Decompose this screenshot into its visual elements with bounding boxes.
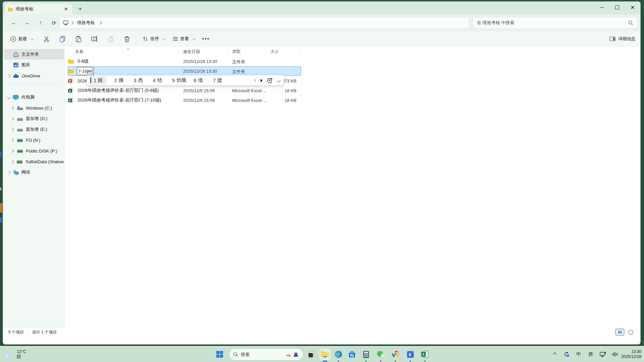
file-row[interactable]: P 2026 bbox=[68, 76, 88, 85]
taskbar-calculator[interactable] bbox=[360, 349, 372, 360]
file-row[interactable]: X 2026年绩效考核评价表-前厅部门 (7-10级) bbox=[68, 96, 161, 105]
chevron-right-icon[interactable] bbox=[11, 128, 14, 131]
sidebar-item-label: 图库 bbox=[21, 62, 30, 68]
tray-date: 2025/12/16 bbox=[621, 354, 641, 359]
ime-candidate[interactable]: 7捷 bbox=[210, 76, 226, 84]
sidebar-item-label: SaflokData (\\hakwe bbox=[25, 159, 64, 164]
task-view-icon bbox=[308, 351, 315, 358]
ime-emoji-panel-icon[interactable] bbox=[267, 78, 273, 83]
column-header-name[interactable]: 名称 bbox=[75, 47, 84, 56]
chevron-down-icon[interactable] bbox=[7, 96, 11, 99]
speaker-icon bbox=[612, 352, 619, 357]
ime-candidate[interactable]: 5饥饿 bbox=[169, 76, 190, 84]
sidebar-item-drive-e[interactable]: 新加卷 (E:) bbox=[4, 125, 64, 134]
search-box[interactable]: 在 绩效考核 中搜索 bbox=[473, 17, 638, 28]
rename-button[interactable]: A bbox=[89, 34, 100, 44]
item-count: 5 个项目 bbox=[8, 329, 24, 335]
close-button[interactable] bbox=[625, 2, 640, 13]
taskbar-excel[interactable]: X bbox=[419, 349, 431, 360]
address-bar[interactable]: 绩效考核 bbox=[59, 17, 469, 28]
sort-icon bbox=[143, 36, 148, 42]
back-button[interactable]: ← bbox=[9, 18, 18, 27]
taskbar-search[interactable]: 搜索 bbox=[229, 349, 303, 360]
task-view-button[interactable] bbox=[306, 349, 317, 360]
maximize-button[interactable] bbox=[609, 2, 625, 13]
taskbar-edge[interactable] bbox=[333, 349, 344, 360]
sidebar-item-drive-saflok[interactable]: SaflokData (\\hakwe bbox=[4, 157, 64, 166]
ime-candidate[interactable]: 6借 bbox=[190, 76, 206, 84]
new-button-label: 新建 bbox=[18, 36, 27, 42]
taskbar-chrome[interactable] bbox=[390, 349, 401, 360]
chevron-right-icon[interactable] bbox=[11, 117, 14, 120]
ime-candidate[interactable]: 3杰 bbox=[130, 76, 146, 84]
breadcrumb-folder[interactable]: 绩效考核 bbox=[77, 20, 95, 26]
sidebar-item-gallery[interactable]: 图库 bbox=[4, 60, 64, 70]
powerpoint-file-icon: P bbox=[68, 78, 74, 84]
thumbnail-view-toggle[interactable] bbox=[626, 329, 635, 336]
explorer-tab[interactable]: 绩效考核 bbox=[5, 4, 72, 14]
sidebar-item-drive-c[interactable]: Windows (C:) bbox=[4, 103, 64, 113]
ime-candidate[interactable]: 1姐 bbox=[89, 76, 106, 84]
sort-ascending-icon bbox=[126, 48, 129, 51]
chevron-right-icon[interactable] bbox=[11, 149, 14, 153]
weather-widget[interactable]: 12°C阴 bbox=[4, 346, 26, 362]
sort-button[interactable]: 排序 bbox=[139, 33, 171, 45]
chevron-right-icon[interactable] bbox=[10, 160, 14, 163]
chevron-right-icon[interactable] bbox=[7, 171, 11, 174]
view-button-label: 查看 bbox=[180, 36, 189, 42]
minimize-button[interactable] bbox=[594, 2, 609, 13]
tray-hidden-icons[interactable] bbox=[550, 346, 559, 362]
sidebar-item-drive-d[interactable]: 新加卷 (D:) bbox=[4, 114, 64, 123]
file-row-renaming[interactable]: 7-10jie bbox=[68, 66, 94, 76]
tray-sync-icon[interactable] bbox=[561, 346, 572, 362]
column-header-type[interactable]: 类型 bbox=[232, 47, 240, 56]
chevron-right-icon[interactable] bbox=[11, 106, 14, 110]
copy-button[interactable] bbox=[57, 34, 68, 44]
rename-input[interactable]: 7-10jie bbox=[77, 67, 94, 75]
view-button[interactable]: 查看 bbox=[169, 33, 201, 45]
new-tab-button[interactable]: + bbox=[76, 5, 84, 13]
paste-button[interactable] bbox=[73, 34, 84, 44]
file-row[interactable]: X 2026年绩效考核评价表-前厅部门 (5-6级) bbox=[68, 86, 159, 95]
taskbar-file-explorer[interactable] bbox=[319, 349, 331, 360]
chevron-right-icon[interactable] bbox=[7, 74, 11, 77]
taskbar-finance-app[interactable]: ¥ bbox=[405, 349, 416, 360]
chevron-right-icon[interactable] bbox=[11, 138, 14, 142]
tray-display-icon[interactable] bbox=[598, 346, 608, 362]
taskbar-store[interactable] bbox=[346, 349, 358, 360]
ime-candidate[interactable]: 2接 bbox=[111, 76, 127, 84]
tray-clock[interactable]: 13:30 2025/12/16 bbox=[621, 346, 641, 362]
column-header-size[interactable]: 大小 bbox=[270, 47, 279, 56]
sidebar-item-drive-n[interactable]: FO (N:) bbox=[4, 135, 64, 145]
taskbar-wechat[interactable] bbox=[375, 349, 386, 360]
ime-prev-page-icon[interactable] bbox=[254, 79, 256, 82]
share-button[interactable] bbox=[105, 34, 116, 44]
tray-volume-icon[interactable] bbox=[610, 346, 621, 362]
cut-button[interactable] bbox=[41, 34, 52, 44]
tray-language-chinese[interactable]: 中 bbox=[574, 346, 584, 362]
plus-circle-icon bbox=[10, 36, 16, 42]
weather-condition: 阴 bbox=[17, 354, 26, 359]
cloud-icon bbox=[4, 351, 14, 358]
tab-close-button[interactable] bbox=[63, 6, 69, 12]
sidebar-item-drive-p[interactable]: Public DISK (P:) bbox=[4, 146, 64, 156]
file-row[interactable]: 5-6级 bbox=[68, 57, 89, 66]
more-options-button[interactable]: ••• bbox=[200, 34, 212, 44]
start-button[interactable] bbox=[214, 349, 225, 360]
sidebar-item-this-pc[interactable]: 此电脑 bbox=[4, 93, 64, 102]
delete-button[interactable] bbox=[121, 34, 132, 44]
up-button[interactable]: ↑ bbox=[36, 18, 45, 27]
column-header-date[interactable]: 修改日期 bbox=[183, 47, 200, 56]
refresh-button[interactable]: ⟳ bbox=[49, 18, 59, 27]
sidebar-item-home[interactable]: 主文件夹 bbox=[4, 50, 64, 59]
tray-ime-pinyin[interactable]: 拼 bbox=[586, 346, 596, 362]
details-view-toggle[interactable] bbox=[615, 329, 624, 336]
ime-next-page-icon[interactable] bbox=[261, 79, 263, 82]
details-pane-button[interactable]: 详细信息 bbox=[609, 33, 636, 45]
forward-button[interactable]: → bbox=[22, 18, 32, 27]
ime-expand-icon[interactable] bbox=[277, 78, 280, 82]
sidebar-item-onedrive[interactable]: OneDrive bbox=[4, 71, 64, 80]
new-button[interactable]: 新建 bbox=[7, 33, 39, 45]
ime-candidate[interactable]: 4结 bbox=[150, 76, 166, 84]
sidebar-item-network[interactable]: 网络 bbox=[4, 168, 64, 177]
